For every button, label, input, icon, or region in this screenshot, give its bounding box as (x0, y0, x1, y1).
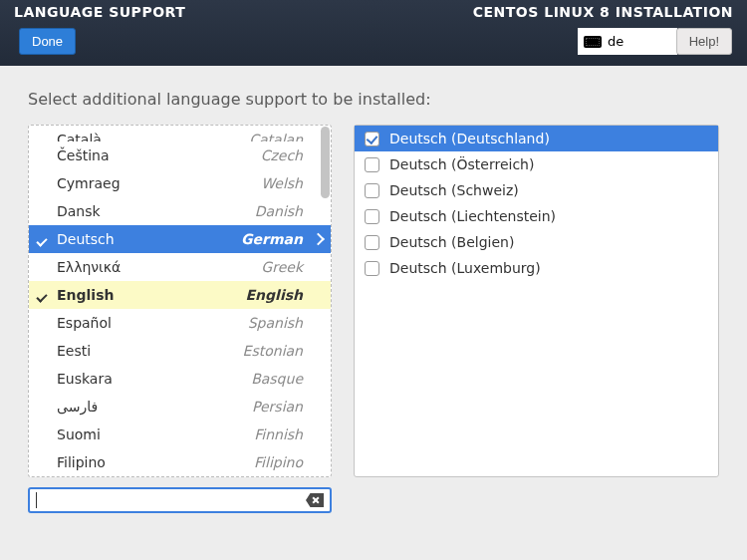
language-native-label: Español (51, 315, 248, 331)
language-english-label: Persian (252, 399, 321, 415)
language-english-label: Basque (251, 371, 321, 387)
language-native-label: فارسی (51, 399, 252, 415)
content-area: Select additional language support to be… (0, 66, 747, 513)
language-row[interactable]: ČeštinaCzech (29, 141, 331, 169)
language-native-label: Ελληνικά (51, 259, 261, 275)
keyboard-layout-label: de (608, 34, 623, 49)
language-english-label: Spanish (248, 315, 321, 331)
language-row[interactable]: DanskDanish (29, 197, 331, 225)
locale-row[interactable]: Deutsch (Belgien) (355, 229, 718, 255)
text-cursor (36, 492, 37, 508)
panels: CatalàCatalanČeštinaCzechCymraegWelshDan… (28, 125, 719, 513)
locale-row[interactable]: Deutsch (Liechtenstein) (355, 203, 718, 229)
language-row[interactable]: EestiEstonian (29, 337, 331, 365)
locale-checkbox[interactable] (365, 132, 379, 146)
language-native-label: Cymraeg (51, 175, 261, 191)
locale-label: Deutsch (Belgien) (389, 234, 514, 250)
language-row[interactable]: CymraegWelsh (29, 169, 331, 197)
instruction-text: Select additional language support to be… (28, 90, 719, 109)
language-english-label: German (241, 231, 321, 247)
language-row[interactable]: CatalàCatalan (29, 126, 331, 141)
keyboard-icon (584, 36, 602, 48)
language-row[interactable]: EnglishEnglish (29, 281, 331, 309)
language-row[interactable]: ΕλληνικάGreek (29, 253, 331, 281)
locale-row[interactable]: Deutsch (Luxemburg) (355, 255, 718, 281)
locale-row[interactable]: Deutsch (Schweiz) (355, 177, 718, 203)
language-row[interactable]: SuomiFinnish (29, 420, 331, 448)
clear-icon[interactable] (306, 493, 324, 507)
filter-field-wrap[interactable] (28, 487, 332, 513)
language-english-label: Greek (261, 259, 321, 275)
language-native-label: Deutsch (51, 231, 241, 247)
locale-label: Deutsch (Liechtenstein) (389, 208, 556, 224)
installer-title: CENTOS LINUX 8 INSTALLATION (473, 4, 733, 20)
language-native-label: Euskara (51, 371, 251, 387)
locale-label: Deutsch (Luxemburg) (389, 260, 541, 276)
locale-label: Deutsch (Deutschland) (389, 131, 550, 146)
language-english-label: Danish (255, 203, 321, 219)
language-english-label: Filipino (254, 454, 321, 470)
locale-checkbox[interactable] (365, 235, 379, 250)
language-native-label: English (51, 287, 246, 303)
locale-list[interactable]: Deutsch (Deutschland)Deutsch (Österreich… (354, 125, 719, 477)
language-list[interactable]: CatalàCatalanČeštinaCzechCymraegWelshDan… (28, 125, 332, 477)
locale-row[interactable]: Deutsch (Österreich) (355, 151, 718, 177)
locale-checkbox[interactable] (365, 209, 379, 224)
locale-label: Deutsch (Österreich) (389, 156, 534, 172)
done-button[interactable]: Done (19, 28, 76, 55)
language-row[interactable]: DeutschGerman (29, 225, 331, 253)
language-native-label: Dansk (51, 203, 255, 219)
top-bar: LANGUAGE SUPPORT CENTOS LINUX 8 INSTALLA… (0, 0, 747, 66)
language-row[interactable]: فارسیPersian (29, 393, 331, 420)
locale-checkbox[interactable] (365, 261, 379, 276)
locale-row[interactable]: Deutsch (Deutschland) (355, 126, 718, 151)
language-native-label: Čeština (51, 147, 261, 163)
language-native-label: Català (51, 132, 249, 141)
language-row[interactable]: EspañolSpanish (29, 309, 331, 337)
page-title: LANGUAGE SUPPORT (14, 4, 185, 20)
keyboard-indicator[interactable]: de (578, 28, 677, 55)
language-english-label: Catalan (249, 132, 321, 141)
scrollbar-thumb[interactable] (321, 127, 330, 198)
locale-label: Deutsch (Schweiz) (389, 182, 519, 198)
check-icon (37, 231, 51, 247)
help-button[interactable]: Help! (676, 28, 732, 55)
language-english-label: Finnish (254, 426, 321, 442)
language-row[interactable]: EuskaraBasque (29, 365, 331, 393)
language-native-label: Filipino (51, 454, 254, 470)
language-native-label: Eesti (51, 343, 243, 359)
left-column: CatalàCatalanČeštinaCzechCymraegWelshDan… (28, 125, 332, 513)
locale-checkbox[interactable] (365, 157, 379, 172)
language-english-label: English (246, 287, 321, 303)
language-english-label: Estonian (243, 343, 321, 359)
language-native-label: Suomi (51, 426, 254, 442)
check-icon (37, 287, 51, 303)
filter-input[interactable] (39, 492, 306, 508)
language-row[interactable]: FilipinoFilipino (29, 448, 331, 476)
language-english-label: Welsh (261, 175, 321, 191)
language-english-label: Czech (261, 147, 321, 163)
locale-checkbox[interactable] (365, 183, 379, 198)
